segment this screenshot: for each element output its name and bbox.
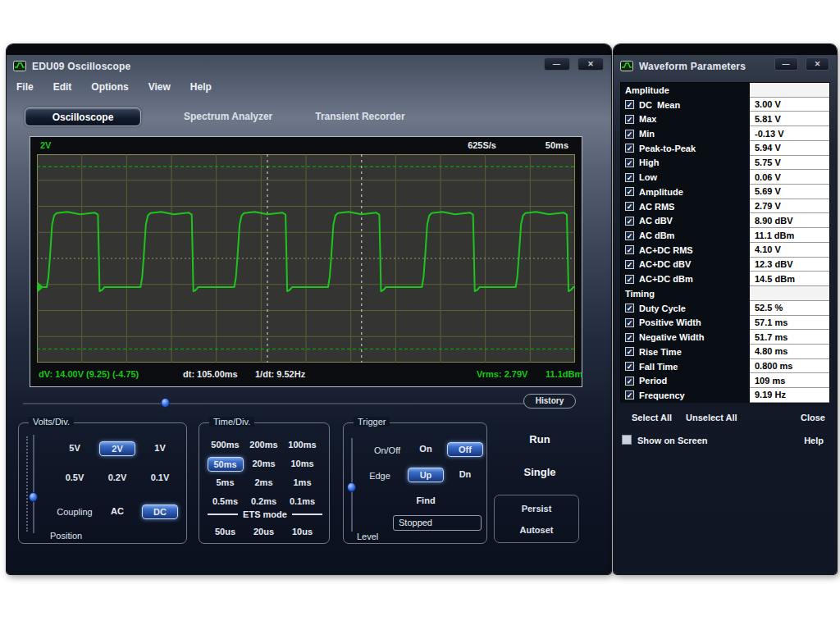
volts-div-option-1v[interactable]: 1V [142, 441, 178, 456]
time-div-option-50ms[interactable]: 50ms [208, 457, 244, 472]
param-checkbox[interactable]: ✓ [625, 130, 634, 139]
trigger-onoff-option-off[interactable]: Off [447, 442, 483, 457]
main-titlebar[interactable]: EDU09 Oscilloscope — ✕ [7, 55, 611, 77]
param-checkbox[interactable]: ✓ [625, 362, 634, 371]
param-checkbox[interactable]: ✓ [625, 275, 634, 284]
ets-option-50us[interactable]: 50us [208, 525, 244, 540]
param-row-low: ✓Low0.06 V [621, 170, 829, 185]
time-div-option-1ms[interactable]: 1ms [285, 476, 321, 491]
param-checkbox[interactable]: ✓ [625, 158, 634, 167]
param-checkbox[interactable]: ✓ [625, 187, 634, 196]
coupling-option-ac[interactable]: AC [99, 504, 135, 519]
persist-button[interactable]: Persist [495, 504, 578, 514]
ets-mode-divider: ETS mode [208, 509, 322, 519]
time-div-option-500ms[interactable]: 500ms [208, 438, 244, 453]
params-close-icon[interactable]: ✕ [806, 57, 829, 71]
param-label-cell: ✓AC dBV [621, 213, 750, 228]
autoset-button[interactable]: Autoset [495, 525, 578, 535]
show-on-screen-label: Show on Screen [637, 436, 708, 445]
time-div-option-0-1ms[interactable]: 0.1ms [285, 495, 321, 509]
param-value: 4.80 ms [750, 345, 829, 359]
param-checkbox[interactable]: ✓ [625, 318, 634, 327]
param-checkbox[interactable]: ✓ [625, 347, 634, 356]
param-checkbox[interactable]: ✓ [625, 304, 634, 313]
tab-oscilloscope[interactable]: Oscilloscope [25, 107, 141, 126]
time-div-option-200ms[interactable]: 200ms [246, 438, 282, 453]
unselect-all-button[interactable]: Unselect All [686, 413, 737, 422]
menu-item-edit[interactable]: Edit [53, 81, 72, 93]
trigger-edge-option-dn[interactable]: Dn [447, 468, 483, 482]
param-value: 8.90 dBV [750, 213, 829, 228]
time-div-option-5ms[interactable]: 5ms [208, 476, 244, 491]
run-button[interactable]: Run [499, 433, 581, 445]
param-row-ac-rms: ✓AC RMS2.79 V [621, 199, 829, 214]
time-div-option-2ms[interactable]: 2ms [246, 476, 282, 491]
param-checkbox[interactable]: ✓ [625, 217, 634, 226]
select-all-button[interactable]: Select All [632, 413, 672, 422]
volts-div-option-0-2v[interactable]: 0.2V [99, 471, 135, 486]
params-titlebar[interactable]: Waveform Parameters — ✕ [614, 55, 837, 77]
param-checkbox[interactable]: ✓ [625, 390, 634, 399]
vrms-readout: Vrms: 2.79V [477, 369, 527, 379]
param-checkbox[interactable]: ✓ [625, 245, 634, 254]
show-on-screen-checkbox[interactable] [622, 435, 632, 445]
param-checkbox[interactable]: ✓ [625, 333, 634, 342]
params-minimize-button[interactable]: — [774, 57, 798, 71]
volts-div-option-0-5v[interactable]: 0.5V [57, 471, 93, 486]
param-label: Period [639, 376, 667, 386]
trigger-onoff-option-on[interactable]: On [408, 442, 444, 457]
volts-div-option-5v[interactable]: 5V [57, 441, 93, 456]
param-row-ac-dbv: ✓AC dBV8.90 dBV [621, 213, 829, 228]
menu-item-options[interactable]: Options [91, 81, 128, 93]
param-row-high: ✓High5.75 V [621, 156, 829, 171]
menu-item-file[interactable]: File [16, 81, 34, 93]
param-row-peak-to-peak: ✓Peak-to-Peak5.94 V [621, 141, 829, 156]
volts-per-div-readout: 2V [40, 140, 51, 150]
param-checkbox[interactable]: ✓ [625, 115, 634, 124]
trigger-edge-option-up[interactable]: Up [408, 468, 444, 482]
tab-spectrum-analyzer[interactable]: Spectrum Analyzer [184, 111, 272, 122]
app-icon [13, 61, 26, 71]
param-value: 3.00 V [750, 98, 829, 112]
trigger-group-label: Trigger [354, 417, 390, 427]
close-icon[interactable]: ✕ [578, 57, 604, 71]
param-checkbox[interactable]: ✓ [625, 377, 634, 386]
waveform-parameters-window: Waveform Parameters — ✕ Amplitude✓DC Mea… [614, 44, 837, 574]
param-checkbox[interactable]: ✓ [625, 231, 634, 240]
ets-option-10us[interactable]: 10us [285, 525, 321, 540]
time-div-option-100ms[interactable]: 100ms [285, 438, 321, 453]
history-button[interactable]: History [523, 394, 576, 409]
minimize-button[interactable]: — [544, 57, 570, 71]
single-button[interactable]: Single [499, 466, 581, 478]
coupling-option-dc[interactable]: DC [142, 504, 178, 519]
param-checkbox[interactable]: ✓ [625, 260, 634, 269]
scope-scroll-thumb[interactable] [161, 398, 170, 408]
volts-div-option-0-1v[interactable]: 0.1V [142, 471, 178, 486]
menu-item-view[interactable]: View [148, 81, 171, 93]
menu-item-help[interactable]: Help [190, 81, 212, 93]
tab-bar: OscilloscopeSpectrum AnalyzerTransient R… [7, 105, 405, 128]
tab-transient-recorder[interactable]: Transient Recorder [315, 111, 404, 122]
ets-option-20us[interactable]: 20us [246, 525, 282, 540]
time-div-option-0-5ms[interactable]: 0.5ms [208, 495, 244, 509]
level-slider-thumb[interactable] [347, 482, 356, 492]
param-checkbox[interactable]: ✓ [625, 144, 634, 153]
param-label: Low [639, 172, 657, 182]
param-label-cell: ✓Negative Width [621, 330, 750, 345]
param-checkbox[interactable]: ✓ [625, 100, 634, 109]
close-button[interactable]: Close [801, 413, 825, 422]
help-button[interactable]: Help [804, 436, 824, 445]
params-app-icon [620, 61, 633, 71]
time-div-option-0-2ms[interactable]: 0.2ms [246, 495, 282, 509]
volts-div-option-2v[interactable]: 2V [99, 441, 135, 456]
param-label: AC dBV [639, 216, 673, 226]
find-button[interactable]: Find [403, 494, 449, 509]
param-label-cell: ✓Low [621, 170, 750, 185]
param-checkbox[interactable]: ✓ [625, 202, 634, 211]
time-div-option-20ms[interactable]: 20ms [246, 457, 282, 472]
param-checkbox[interactable]: ✓ [625, 173, 634, 182]
volts-div-group-label: Volts/Div. [29, 417, 74, 427]
time-div-option-10ms[interactable]: 10ms [285, 457, 321, 472]
position-slider-thumb[interactable] [29, 492, 38, 502]
param-row-ac-dc-rms: ✓AC+DC RMS4.10 V [621, 243, 829, 258]
